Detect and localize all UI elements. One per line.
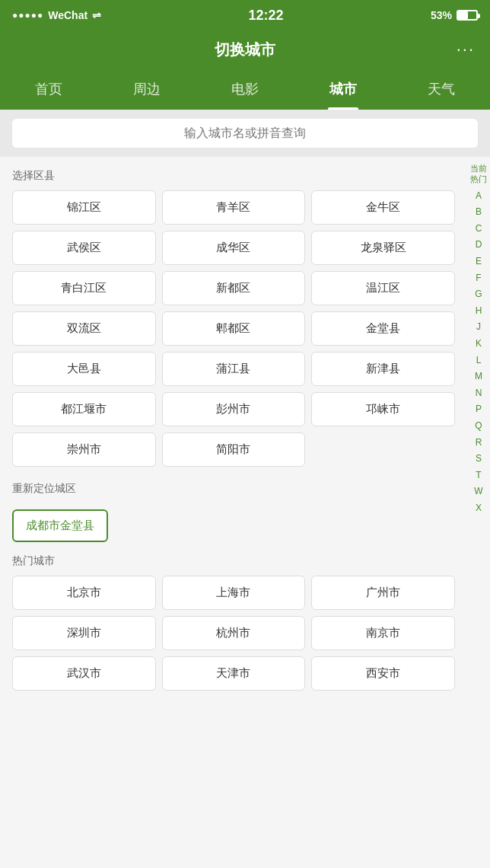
index-letter[interactable]: W xyxy=(467,483,490,500)
district-item[interactable]: 崇州市 xyxy=(12,432,156,467)
search-bar xyxy=(0,110,490,157)
index-letter[interactable]: E xyxy=(467,254,490,270)
tab-city[interactable]: 城市 xyxy=(294,69,392,110)
hot-cities-label: 热门城市 xyxy=(12,554,455,568)
index-letter[interactable]: Q xyxy=(467,418,490,435)
index-sidebar: 当前 热门 ABCDEFGHJKLMNPQRSTWX xyxy=(467,157,490,718)
hot-city-item[interactable]: 广州市 xyxy=(311,576,455,610)
index-letter[interactable]: P xyxy=(467,401,490,418)
hot-cities-grid: 北京市上海市广州市深圳市杭州市南京市武汉市天津市西安市 xyxy=(12,576,455,691)
status-right: 53% xyxy=(431,9,478,21)
hot-city-item[interactable]: 天津市 xyxy=(162,656,306,691)
index-letter[interactable]: D xyxy=(467,237,490,254)
tab-nearby[interactable]: 周边 xyxy=(98,69,196,110)
district-item[interactable]: 青白江区 xyxy=(12,271,156,305)
district-item[interactable]: 郫都区 xyxy=(162,311,306,346)
district-item[interactable]: 新津县 xyxy=(311,352,455,386)
district-item[interactable]: 简阳市 xyxy=(162,432,306,467)
district-item[interactable]: 温江区 xyxy=(311,271,455,305)
district-item[interactable]: 双流区 xyxy=(12,311,156,346)
district-grid: 锦江区青羊区金牛区武侯区成华区龙泉驿区青白江区新都区温江区双流区郫都区金堂县大邑… xyxy=(12,190,455,467)
district-item[interactable]: 蒲江县 xyxy=(162,352,306,386)
index-letter[interactable]: R xyxy=(467,435,490,452)
hot-city-item[interactable]: 北京市 xyxy=(12,576,156,610)
district-item[interactable]: 都江堰市 xyxy=(12,392,156,426)
district-item[interactable]: 成华区 xyxy=(162,231,306,265)
current-city-button[interactable]: 成都市金堂县 xyxy=(12,509,108,542)
tab-home[interactable]: 首页 xyxy=(0,69,98,110)
more-button[interactable]: ··· xyxy=(457,41,475,58)
index-letter[interactable]: A xyxy=(467,188,490,205)
hot-city-item[interactable]: 南京市 xyxy=(311,616,455,650)
hot-city-item[interactable]: 武汉市 xyxy=(12,656,156,691)
district-item[interactable]: 金堂县 xyxy=(311,311,455,346)
index-letter[interactable]: N xyxy=(467,385,490,402)
district-item[interactable]: 龙泉驿区 xyxy=(311,231,455,265)
index-letter[interactable]: C xyxy=(467,221,490,238)
status-bar: ●●●●● WeChat ⇌ 12:22 53% xyxy=(0,0,490,30)
signal-icon: ●●●●● xyxy=(12,10,43,21)
tab-bar: 首页 周边 电影 城市 天气 xyxy=(0,69,490,110)
hot-city-item[interactable]: 杭州市 xyxy=(162,616,306,650)
hot-cities-section: 热门城市 北京市上海市广州市深圳市杭州市南京市武汉市天津市西安市 xyxy=(12,554,455,691)
index-letter[interactable]: H xyxy=(467,303,490,320)
relocation-label: 重新定位城区 xyxy=(12,482,455,496)
index-letter[interactable]: S xyxy=(467,451,490,468)
district-item[interactable]: 青羊区 xyxy=(162,190,306,225)
status-left: ●●●●● WeChat ⇌ xyxy=(12,9,101,21)
district-item[interactable]: 邛崃市 xyxy=(311,392,455,426)
nav-bar: 切换城市 ··· xyxy=(0,30,490,69)
index-letter[interactable]: M xyxy=(467,369,490,385)
index-letter[interactable]: J xyxy=(467,319,490,336)
district-item[interactable]: 锦江区 xyxy=(12,190,156,225)
hot-city-item[interactable]: 上海市 xyxy=(162,576,306,610)
battery-icon xyxy=(457,10,478,21)
index-letter[interactable]: L xyxy=(467,353,490,369)
index-letter[interactable]: T xyxy=(467,468,490,484)
district-item[interactable]: 大邑县 xyxy=(12,352,156,386)
index-letter[interactable]: K xyxy=(467,336,490,353)
tab-weather[interactable]: 天气 xyxy=(392,69,490,110)
index-letter[interactable]: B xyxy=(467,204,490,221)
index-letter[interactable]: G xyxy=(467,286,490,303)
carrier-label: WeChat xyxy=(48,9,88,21)
battery-percent: 53% xyxy=(431,9,452,21)
index-letter[interactable]: X xyxy=(467,500,490,517)
index-top-label: 当前 热门 xyxy=(467,163,490,185)
district-item[interactable]: 新都区 xyxy=(162,271,306,305)
tab-movie[interactable]: 电影 xyxy=(196,69,294,110)
district-item[interactable]: 武侯区 xyxy=(12,231,156,265)
hot-city-item[interactable]: 深圳市 xyxy=(12,616,156,650)
index-letter[interactable]: F xyxy=(467,270,490,287)
status-time: 12:22 xyxy=(249,8,284,24)
wifi-icon: ⇌ xyxy=(92,9,101,21)
relocation-section: 重新定位城区 成都市金堂县 xyxy=(12,482,455,542)
content-area: 选择区县 锦江区青羊区金牛区武侯区成华区龙泉驿区青白江区新都区温江区双流区郫都区… xyxy=(0,157,467,718)
search-input[interactable] xyxy=(12,119,478,148)
main-content: 选择区县 锦江区青羊区金牛区武侯区成华区龙泉驿区青白江区新都区温江区双流区郫都区… xyxy=(0,157,490,718)
district-section-label: 选择区县 xyxy=(12,169,455,183)
district-item[interactable]: 彭州市 xyxy=(162,392,306,426)
nav-title: 切换城市 xyxy=(215,40,275,60)
district-section: 选择区县 锦江区青羊区金牛区武侯区成华区龙泉驿区青白江区新都区温江区双流区郫都区… xyxy=(12,169,455,467)
district-item[interactable]: 金牛区 xyxy=(311,190,455,225)
hot-city-item[interactable]: 西安市 xyxy=(311,656,455,691)
